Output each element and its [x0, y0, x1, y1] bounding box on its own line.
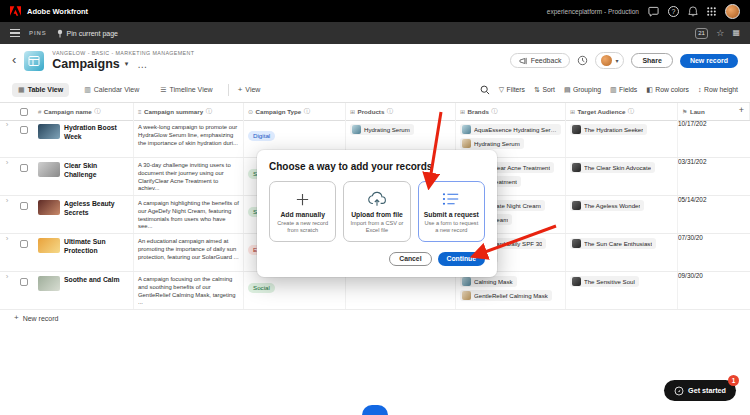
title-chevron-down-icon[interactable]: ▾	[125, 60, 129, 68]
launch-date[interactable]: 05/14/202	[678, 196, 750, 233]
main-menu-icon[interactable]	[10, 29, 20, 37]
campaign-summary: A campaign highlighting the benefits of …	[134, 196, 244, 233]
column-header-campaign-summary[interactable]: ≡ Campaign summary ⓘ	[134, 103, 244, 120]
audience-thumbnail	[572, 125, 581, 134]
new-record-button[interactable]: New record	[680, 54, 738, 68]
share-button[interactable]: Share	[631, 53, 672, 68]
continue-button[interactable]: Continue	[438, 252, 485, 266]
app-switcher-icon[interactable]	[707, 7, 716, 16]
collaborators-menu[interactable]: ▾	[595, 52, 624, 69]
view-toolbar: ▦ Table View ▥ Calendar View ☰ Timeline …	[0, 77, 750, 103]
campaign-name[interactable]: Ultimate Sun Protection	[64, 238, 129, 256]
megaphone-icon	[519, 57, 528, 65]
audience-tag[interactable]: The Hydration Seeker	[570, 124, 647, 135]
row-checkbox[interactable]	[20, 202, 28, 210]
compass-icon	[674, 386, 684, 396]
column-header-campaign-name[interactable]: # Campaign name ⓘ	[34, 103, 134, 120]
add-column-button[interactable]: +	[739, 105, 744, 115]
tab-calendar-view[interactable]: ▥ Calendar View	[78, 83, 145, 97]
pin-current-page-button[interactable]: Pin current page	[56, 29, 118, 38]
breadcrumb[interactable]: VANGELOW - BASIC - MARKETING MANAGEMENT	[52, 50, 194, 56]
table-header: # Campaign name ⓘ ≡ Campaign summary ⓘ ⊙…	[0, 103, 750, 121]
favorite-star-icon[interactable]: ☆	[716, 29, 724, 38]
add-view-button[interactable]: + View	[238, 86, 261, 94]
row-height-button[interactable]: ↕ Row height	[698, 86, 738, 93]
history-icon[interactable]	[577, 52, 588, 70]
campaign-thumbnail	[38, 162, 60, 177]
launch-date[interactable]: 10/17/202	[678, 120, 750, 157]
option-upload-from-file[interactable]: Upload from file Import from a CSV or Ex…	[343, 181, 410, 242]
row-expand-icon[interactable]: ›	[0, 234, 14, 271]
audience-tag[interactable]: The Ageless Wonder	[570, 200, 644, 211]
campaign-summary: A 30-day challenge inviting users to doc…	[134, 158, 244, 195]
option-submit-a-request[interactable]: Submit a request Use a form to request a…	[418, 181, 485, 242]
column-header-campaign-type[interactable]: ⊙ Campaign Type ⓘ	[244, 103, 346, 120]
launch-date[interactable]: 07/30/20	[678, 234, 750, 271]
info-icon[interactable]: ⓘ	[628, 107, 634, 116]
brand-tag[interactable]: Hydrating Serum	[460, 138, 524, 149]
row-checkbox[interactable]	[20, 164, 28, 172]
row-expand-icon[interactable]: ›	[0, 158, 14, 195]
launch-date[interactable]: 09/30/20	[678, 272, 750, 309]
campaign-name[interactable]: Ageless Beauty Secrets	[64, 200, 129, 218]
audience-tag[interactable]: The Sensitive Soul	[570, 276, 639, 287]
get-started-button[interactable]: Get started 1	[664, 380, 736, 401]
more-menu-icon[interactable]: …	[137, 59, 148, 70]
row-expand-icon[interactable]: ›	[0, 120, 14, 157]
environment-label: experienceplatform - Production	[547, 8, 639, 15]
launch-date[interactable]: 03/31/202	[678, 158, 750, 195]
fields-icon: ▥	[610, 86, 617, 94]
audience-thumbnail	[572, 201, 581, 210]
campaign-name[interactable]: Clear Skin Challenge	[64, 162, 129, 180]
info-icon[interactable]: ⓘ	[94, 107, 100, 116]
back-chevron-icon[interactable]: ‹	[12, 53, 16, 66]
column-header-products[interactable]: ⊞ Products ⓘ	[346, 103, 456, 120]
product-tag[interactable]: Hydrating Serum	[350, 124, 414, 135]
tab-table-view[interactable]: ▦ Table View	[12, 83, 69, 97]
assistant-widget-fragment[interactable]	[362, 405, 388, 415]
column-header-brands[interactable]: ⊞ Brands ⓘ	[456, 103, 566, 120]
layout-icon[interactable]: ▦	[732, 29, 740, 37]
tab-timeline-view[interactable]: ☰ Timeline View	[154, 83, 218, 97]
help-icon[interactable]: ?	[668, 6, 679, 17]
table-row[interactable]: › Soothe and Calm A campaign focusing on…	[0, 272, 750, 310]
audience-tag[interactable]: The Clear Skin Advocate	[570, 162, 655, 173]
user-avatar[interactable]	[725, 4, 740, 19]
select-all-checkbox[interactable]	[20, 108, 28, 116]
row-checkbox[interactable]	[20, 240, 28, 248]
row-expand-icon[interactable]: ›	[0, 196, 14, 233]
pin-count-badge[interactable]: 21	[695, 28, 709, 39]
notifications-icon[interactable]	[688, 6, 698, 17]
brand-tag[interactable]: AquaEssence Hydrating Serum	[460, 124, 561, 135]
column-header-target-audience[interactable]: ⊞ Target Audience ⓘ	[566, 103, 678, 120]
grouping-button[interactable]: ▤ Grouping	[564, 86, 601, 94]
filters-button[interactable]: ▽ Filters	[499, 86, 525, 94]
campaign-type-tag[interactable]: Social	[248, 283, 275, 293]
info-icon[interactable]: ⓘ	[491, 107, 497, 116]
row-checkbox[interactable]	[20, 278, 28, 286]
sort-button[interactable]: ⇅ Sort	[534, 86, 555, 94]
option-add-manually[interactable]: Add manually Create a new record from sc…	[269, 181, 336, 242]
info-icon[interactable]: ⓘ	[304, 107, 310, 116]
campaign-name[interactable]: Soothe and Calm	[64, 276, 120, 285]
feedback-button[interactable]: Feedback	[510, 53, 571, 68]
field-type-icon: ⊞	[350, 108, 355, 115]
assistant-icon[interactable]	[648, 6, 659, 17]
row-checkbox[interactable]	[20, 126, 28, 134]
new-record-row-button[interactable]: + New record	[14, 314, 58, 322]
cancel-button[interactable]: Cancel	[389, 252, 431, 266]
info-icon[interactable]: ⓘ	[206, 107, 212, 116]
row-expand-icon[interactable]: ›	[0, 272, 14, 309]
info-icon[interactable]: ⓘ	[387, 107, 393, 116]
brand-tag[interactable]: GentleRelief Calming Mask	[460, 290, 552, 301]
pins-label: PINS	[29, 30, 47, 36]
search-icon[interactable]	[480, 81, 490, 99]
row-colors-button[interactable]: ◧ Row colors	[646, 86, 689, 94]
campaign-name[interactable]: Hydration Boost Week	[64, 124, 129, 142]
audience-tag[interactable]: The Sun Care Enthusiast	[570, 238, 656, 249]
fields-button[interactable]: ▥ Fields	[610, 86, 637, 94]
brand-tag[interactable]: Calming Mask	[460, 276, 517, 287]
campaign-type-tag[interactable]: Digital	[248, 131, 275, 141]
app-brand: Adobe Workfront	[27, 7, 88, 16]
brand-thumbnail	[462, 139, 471, 148]
